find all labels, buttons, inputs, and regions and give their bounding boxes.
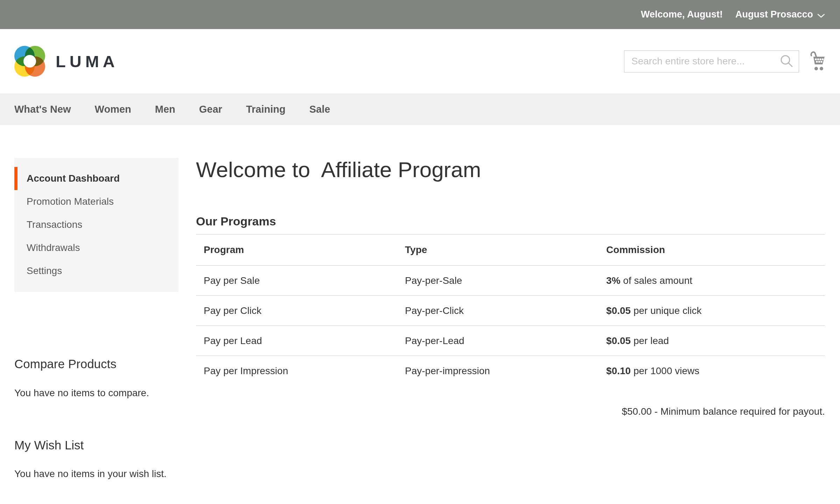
search-icon[interactable] — [780, 54, 794, 68]
sidebar-item-promotion-materials[interactable]: Promotion Materials — [14, 190, 178, 213]
table-header-row: Program Type Commission — [196, 234, 825, 266]
sidebar-item-withdrawals[interactable]: Withdrawals — [14, 236, 178, 259]
search-input[interactable] — [624, 51, 799, 72]
table-row: Pay per Sale Pay-per-Sale 3% of sales am… — [196, 266, 825, 296]
page-title: Welcome to Affiliate Program — [196, 158, 825, 182]
luma-logo-icon — [14, 46, 45, 77]
wishlist-title: My Wish List — [14, 438, 178, 453]
program-cell: Pay per Click — [196, 296, 397, 326]
chevron-down-icon — [817, 10, 825, 21]
top-bar: Welcome, August! August Prosacco — [0, 0, 840, 29]
sidebar-item-transactions[interactable]: Transactions — [14, 213, 178, 236]
type-cell: Pay-per-impression — [397, 356, 598, 386]
search-box — [624, 50, 799, 72]
luma-logo[interactable]: LUMA — [14, 46, 119, 77]
sidebar-item-settings[interactable]: Settings — [14, 259, 178, 282]
main-column: Welcome to Affiliate Program Our Program… — [196, 158, 825, 418]
commission-cell: 3% of sales amount — [598, 266, 825, 296]
type-cell: Pay-per-Lead — [397, 326, 598, 356]
table-row: Pay per Lead Pay-per-Lead $0.05 per lead — [196, 326, 825, 356]
commission-cell: $0.05 per lead — [598, 326, 825, 356]
nav-item-training[interactable]: Training — [246, 104, 286, 115]
program-cell: Pay per Impression — [196, 356, 397, 386]
account-name: August Prosacco — [735, 9, 813, 20]
program-cell: Pay per Lead — [196, 326, 397, 356]
page-content: Account Dashboard Promotion Materials Tr… — [0, 125, 840, 480]
luma-logo-text: LUMA — [56, 52, 119, 71]
compare-products-title: Compare Products — [14, 356, 178, 372]
main-nav: What's New Women Men Gear Training Sale — [0, 93, 840, 125]
table-row: Pay per Impression Pay-per-impression $0… — [196, 356, 825, 386]
nav-item-gear[interactable]: Gear — [199, 104, 222, 115]
welcome-message: Welcome, August! — [641, 9, 723, 20]
nav-item-men[interactable]: Men — [155, 104, 175, 115]
minimum-balance-note: $50.00 - Minimum balance required for pa… — [196, 405, 825, 418]
programs-table: Program Type Commission Pay per Sale Pay… — [196, 234, 825, 386]
type-cell: Pay-per-Sale — [397, 266, 598, 296]
our-programs-heading: Our Programs — [196, 214, 825, 229]
cart-icon[interactable] — [809, 51, 825, 72]
type-cell: Pay-per-Click — [397, 296, 598, 326]
table-row: Pay per Click Pay-per-Click $0.05 per un… — [196, 296, 825, 326]
account-sidebar: Account Dashboard Promotion Materials Tr… — [14, 158, 178, 292]
left-column: Account Dashboard Promotion Materials Tr… — [14, 158, 178, 480]
sidebar-item-account-dashboard[interactable]: Account Dashboard — [14, 167, 178, 190]
nav-item-women[interactable]: Women — [95, 104, 131, 115]
nav-item-sale[interactable]: Sale — [309, 104, 330, 115]
commission-cell: $0.10 per 1000 views — [598, 356, 825, 386]
compare-products-empty: You have no items to compare. — [14, 387, 178, 399]
col-header-type: Type — [397, 234, 598, 266]
store-header: LUMA — [0, 29, 840, 93]
nav-item-whats-new[interactable]: What's New — [14, 104, 71, 115]
wishlist-empty: You have no items in your wish list. — [14, 468, 178, 480]
col-header-commission: Commission — [598, 234, 825, 266]
account-menu-trigger[interactable]: August Prosacco — [735, 8, 825, 21]
col-header-program: Program — [196, 234, 397, 266]
commission-cell: $0.05 per unique click — [598, 296, 825, 326]
program-cell: Pay per Sale — [196, 266, 397, 296]
